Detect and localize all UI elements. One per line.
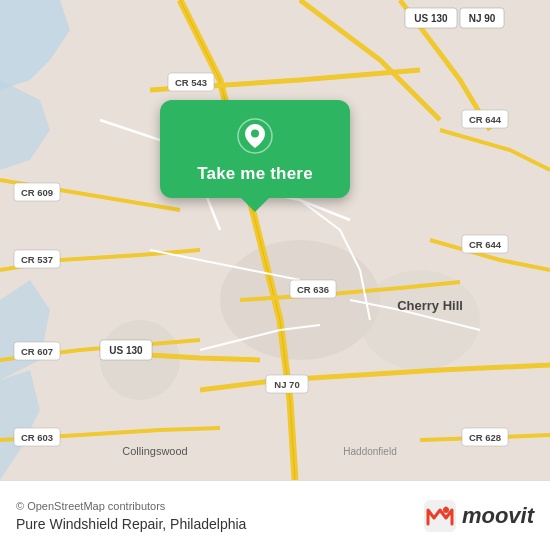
svg-text:CR 636: CR 636: [297, 284, 329, 295]
svg-text:US 130: US 130: [414, 13, 448, 24]
svg-text:Haddonfield: Haddonfield: [343, 446, 396, 457]
svg-text:CR 607: CR 607: [21, 346, 53, 357]
svg-text:CR 628: CR 628: [469, 432, 501, 443]
bottom-bar: © OpenStreetMap contributors Pure Windsh…: [0, 480, 550, 550]
moovit-brand-name: moovit: [462, 503, 534, 529]
svg-text:CR 644: CR 644: [469, 114, 502, 125]
svg-text:Collingswood: Collingswood: [122, 445, 187, 457]
moovit-logo: moovit: [424, 500, 534, 532]
copyright-text: © OpenStreetMap contributors: [16, 500, 246, 512]
svg-text:NJ 70: NJ 70: [274, 379, 299, 390]
svg-text:CR 644: CR 644: [469, 239, 502, 250]
svg-text:CR 537: CR 537: [21, 254, 53, 265]
svg-text:NJ 90: NJ 90: [469, 13, 496, 24]
svg-text:CR 609: CR 609: [21, 187, 53, 198]
location-pin-icon: [237, 118, 273, 154]
location-text: Pure Windshield Repair, Philadelphia: [16, 516, 246, 532]
map-popup[interactable]: Take me there: [160, 100, 350, 198]
bottom-left: © OpenStreetMap contributors Pure Windsh…: [16, 500, 246, 532]
svg-text:CR 603: CR 603: [21, 432, 53, 443]
map-container: US 130 NJ 90 CR 543 CR 644 CR 644 CR 609…: [0, 0, 550, 480]
svg-text:Cherry Hill: Cherry Hill: [397, 298, 463, 313]
take-me-there-button[interactable]: Take me there: [197, 164, 313, 184]
svg-text:CR 543: CR 543: [175, 77, 207, 88]
moovit-brand-icon: [424, 500, 456, 532]
svg-point-34: [251, 130, 259, 138]
svg-text:US 130: US 130: [109, 345, 143, 356]
